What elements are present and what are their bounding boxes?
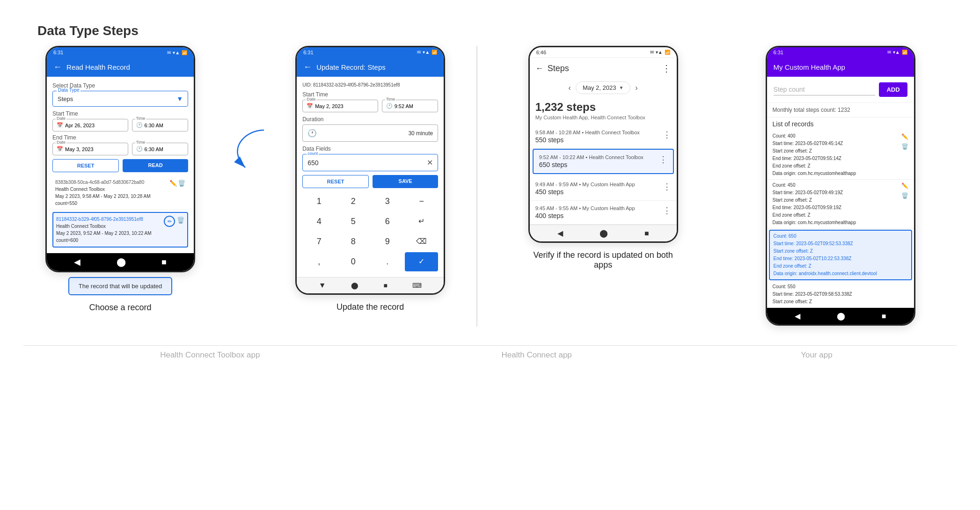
app-rec2-edit[interactable]: ✏️	[901, 182, 908, 190]
app-record-4[interactable]: Count: 550 Start time: 2023-05-02T09:58:…	[767, 281, 914, 308]
phone2-save-button[interactable]: SAVE	[373, 175, 438, 188]
count-field[interactable]: count 650 ✕	[302, 154, 438, 171]
app-rec1-start: Start time: 2023-05-02T09:45:14Z	[773, 140, 856, 147]
uid-label: UID:	[302, 82, 313, 87]
record3-2-more[interactable]: ⋮	[659, 154, 667, 165]
section-divider-1	[476, 46, 477, 327]
phone3-more-icon[interactable]: ⋮	[662, 63, 671, 74]
record3-3-more[interactable]: ⋮	[663, 182, 671, 192]
date-selector[interactable]: May 2, 2023 ▼	[576, 81, 630, 94]
edit-circle-btn[interactable]: ✏	[164, 216, 175, 227]
recents-nav-icon[interactable]: ■	[161, 257, 167, 267]
p2-back-nav[interactable]: ▼	[319, 281, 326, 290]
phone1-back-icon[interactable]: ←	[53, 62, 62, 72]
p3-home-nav[interactable]: ⬤	[600, 229, 608, 238]
uid-value: 81184332-b329-4f05-8796-2e3913951ef8	[313, 82, 400, 87]
key-4[interactable]: 4	[302, 212, 336, 231]
key-6[interactable]: 6	[371, 212, 404, 231]
read-button[interactable]: READ	[123, 159, 188, 172]
step-record-4[interactable]: 9:45 AM - 9:55 AM • My Custom Health App…	[530, 201, 677, 225]
start-datetime-row: Date 📅 Apr 26, 2023 Time 🕐 6:30 AM	[52, 119, 188, 131]
start-time-field[interactable]: Time 🕐 6:30 AM	[132, 119, 189, 131]
data-type-dropdown[interactable]: Data Type Steps ▼	[52, 91, 188, 107]
record3-4-steps: 400 steps	[535, 212, 635, 219]
key-minus[interactable]: −	[405, 192, 438, 211]
phone2-reset-button[interactable]: RESET	[302, 175, 369, 188]
key-7[interactable]: 7	[302, 232, 336, 251]
phone4-title: My Custom Health App	[774, 63, 845, 71]
app-rec2-end: End time: 2023-05-02T09:59:19Z	[773, 204, 856, 211]
back-nav-icon[interactable]: ◀	[74, 257, 80, 267]
end-time-field[interactable]: Time 🕐 6:30 AM	[132, 143, 189, 155]
app-record-2[interactable]: Count: 450 Start time: 2023-05-02T09:49:…	[767, 180, 914, 229]
step-record-2-highlighted[interactable]: 9:52 AM - 10:22 AM • Health Connect Tool…	[533, 149, 674, 174]
bottom-right-group: Your app	[677, 345, 957, 360]
phone3-back-icon[interactable]: ←	[535, 64, 544, 73]
app-rec2-start-zone: Start zone offset: Z	[773, 197, 856, 204]
phone1-navbar: ◀ ⬤ ■	[47, 253, 194, 271]
record-item-2-selected[interactable]: 81184332-b329-4f05-8796-2e3913951ef8 Hea…	[52, 212, 188, 248]
delete-icon-1[interactable]: 🗑️	[178, 179, 185, 207]
p4-recents-nav[interactable]: ■	[882, 312, 886, 321]
key-check[interactable]: ✓	[405, 252, 438, 271]
key-9[interactable]: 9	[371, 232, 404, 251]
app-rec4-start: Start time: 2023-05-02T09:58:53.338Z	[773, 291, 908, 298]
key-8[interactable]: 8	[336, 232, 370, 251]
p3-recents-nav[interactable]: ■	[644, 229, 649, 238]
record1-count: count=550	[55, 200, 150, 207]
bottom-section: Health Connect Toolbox app Health Connec…	[0, 336, 980, 360]
step-count-input[interactable]: Step count	[774, 84, 876, 95]
start-date-value: Apr 26, 2023	[65, 123, 95, 128]
time-label: Time	[135, 116, 146, 121]
phone3-section: 6:46 ✉▾▲📶 ← Steps ⋮ ‹ May 2, 2023 ▼	[487, 46, 719, 270]
prev-date-icon[interactable]: ‹	[569, 84, 571, 92]
start-date-field[interactable]: Date 📅 Apr 26, 2023	[52, 119, 128, 131]
step-record-3[interactable]: 9:49 AM - 9:59 AM • My Custom Health App…	[530, 177, 677, 201]
app-rec3-start-zone: Start zone offset: Z	[774, 248, 877, 255]
callout-box: The record that will be updated	[68, 277, 173, 295]
page-title: Data Type Steps	[0, 19, 980, 46]
key-backspace[interactable]: ⌫	[405, 232, 438, 251]
record3-4-info: 9:45 AM - 9:55 AM • My Custom Health App…	[535, 205, 635, 219]
key-5[interactable]: 5	[336, 212, 370, 231]
key-3[interactable]: 3	[371, 192, 404, 211]
p4-back-nav[interactable]: ◀	[795, 312, 800, 321]
end-date-field[interactable]: Date 📅 May 3, 2023	[52, 143, 128, 155]
next-date-icon[interactable]: ›	[635, 84, 637, 92]
app-rec1-delete[interactable]: 🗑️	[901, 142, 908, 151]
record2-details: 81184332-b329-4f05-8796-2e3913951ef8 Hea…	[56, 216, 151, 244]
add-button[interactable]: ADD	[879, 82, 907, 97]
p2-keyboard-nav[interactable]: ⌨	[412, 282, 422, 289]
p3-back-nav[interactable]: ◀	[557, 229, 563, 238]
reset-button[interactable]: RESET	[52, 159, 119, 172]
date-label: Date	[56, 116, 66, 121]
phone2-start-time[interactable]: Time 🕐 9:52 AM	[382, 100, 439, 112]
phone2-back-icon[interactable]: ←	[303, 62, 312, 72]
duration-field[interactable]: 🕐 30 minute	[302, 124, 438, 142]
record-item-1[interactable]: 8383b308-50ca-4c68-a0d7-5d830672ba80 Hea…	[52, 176, 188, 210]
key-comma[interactable]: ,	[302, 252, 336, 271]
key-2[interactable]: 2	[336, 192, 370, 211]
app-record-3-highlighted[interactable]: Count: 650 Start time: 2023-05-02T09:52:…	[769, 230, 912, 280]
p4-home-nav[interactable]: ⬤	[837, 312, 845, 321]
phone2-start-date[interactable]: Date 📅 May 2, 2023	[302, 100, 378, 112]
app-rec1-start-zone: Start zone offset: Z	[773, 147, 856, 155]
uid-row: UID: 81184332-b329-4f05-8796-2e3913951ef…	[302, 82, 438, 87]
home-nav-icon[interactable]: ⬤	[117, 257, 126, 267]
edit-icon-1[interactable]: ✏️	[169, 179, 177, 207]
record3-4-more[interactable]: ⋮	[663, 205, 671, 216]
key-0[interactable]: 0	[336, 252, 370, 271]
app-rec1-edit[interactable]: ✏️	[901, 132, 908, 141]
key-dot[interactable]: .	[371, 252, 404, 271]
clear-icon[interactable]: ✕	[427, 158, 433, 167]
app-record-1[interactable]: Count: 400 Start time: 2023-05-02T09:45:…	[767, 131, 914, 180]
p2-clock-icon: 🕐	[386, 103, 393, 109]
p2-home-nav[interactable]: ⬤	[351, 282, 358, 289]
app-rec2-delete[interactable]: 🗑️	[901, 191, 908, 200]
key-enter[interactable]: ↵	[405, 212, 438, 231]
delete-icon-2[interactable]: 🗑️	[177, 216, 184, 225]
key-1[interactable]: 1	[302, 192, 336, 211]
step-record-1[interactable]: 9:58 AM - 10:28 AM • Health Connect Tool…	[530, 125, 677, 149]
p2-recents-nav[interactable]: ■	[384, 282, 388, 289]
record3-1-more[interactable]: ⋮	[663, 130, 671, 140]
